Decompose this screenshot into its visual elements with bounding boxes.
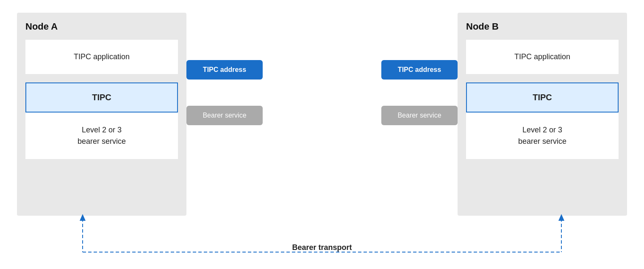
svg-text:Bearer transport: Bearer transport xyxy=(292,243,352,252)
tipc-address-left: TIPC address xyxy=(186,60,263,80)
main-container: Bearer transport Node A TIPC application… xyxy=(0,0,644,269)
node-b-bearer-service-box: Level 2 or 3bearer service xyxy=(466,113,619,159)
node-b-tipc-app-box: TIPC application xyxy=(466,40,619,74)
nodes-row: Node A TIPC application TIPC Level 2 or … xyxy=(17,13,627,216)
node-a-tipc-app-box: TIPC application xyxy=(25,40,178,74)
node-b-bearer-label: Level 2 or 3bearer service xyxy=(518,126,566,145)
node-b-tipc-app-label: TIPC application xyxy=(514,52,570,61)
node-a-tipc-box: TIPC xyxy=(25,82,178,113)
node-b-title: Node B xyxy=(466,21,619,32)
node-a-panel: Node A TIPC application TIPC Level 2 or … xyxy=(17,13,186,216)
tipc-address-right: TIPC address xyxy=(381,60,458,80)
node-a-title: Node A xyxy=(25,21,178,32)
node-b-tipc-box: TIPC xyxy=(466,82,619,113)
bearer-service-right: Bearer service xyxy=(381,106,458,125)
node-a-tipc-app-label: TIPC application xyxy=(74,52,130,61)
bearer-service-left: Bearer service xyxy=(186,106,263,125)
node-a-tipc-label: TIPC xyxy=(92,93,111,102)
node-b-panel: Node B TIPC application TIPC Level 2 or … xyxy=(458,13,627,216)
node-a-bearer-label: Level 2 or 3bearer service xyxy=(78,126,126,145)
middle-right-pills: TIPC address Bearer service xyxy=(373,13,458,125)
node-a-bearer-service-box: Level 2 or 3bearer service xyxy=(25,113,178,159)
node-b-tipc-label: TIPC xyxy=(533,93,552,102)
middle-left-pills: TIPC address Bearer service xyxy=(186,13,271,125)
